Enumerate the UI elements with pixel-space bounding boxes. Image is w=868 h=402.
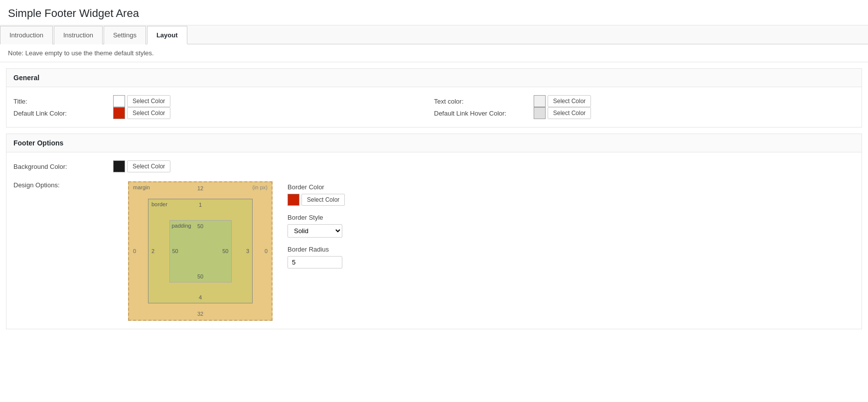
link-hover-swatch[interactable] xyxy=(534,107,546,119)
border-color-opt-label: Border Color xyxy=(288,183,345,191)
side-options: Border Color Select Color Border Style S… xyxy=(288,181,345,268)
text-color-group: Select Color xyxy=(534,95,591,107)
text-color-select-btn[interactable]: Select Color xyxy=(548,95,591,107)
border-radius-option: Border Radius xyxy=(288,246,345,268)
margin-right-val: 0 xyxy=(265,248,268,254)
footer-section: Footer Options Background Color: Select … xyxy=(6,134,862,329)
design-options-row: Design Options: (in px) margin 12 32 0 0 xyxy=(13,181,855,321)
link-color-group: Select Color xyxy=(113,107,170,119)
border-style-opt-label: Border Style xyxy=(288,214,345,221)
tab-layout[interactable]: Layout xyxy=(147,26,187,44)
page-title: Simple Footer Widget Area xyxy=(0,0,868,25)
border-color-group: Select Color xyxy=(288,194,345,206)
border-radius-input[interactable] xyxy=(288,256,342,268)
padding-right-val: 50 xyxy=(222,248,228,254)
footer-section-body: Background Color: Select Color Design Op… xyxy=(6,152,862,329)
padding-top-val: 50 xyxy=(197,223,203,229)
link-hover-color-group: Select Color xyxy=(534,107,591,119)
general-section-title: General xyxy=(6,69,862,87)
design-options-label: Design Options: xyxy=(13,181,113,189)
general-section: General Title: Select Color Text color: xyxy=(6,68,862,128)
text-color-col: Text color: Select Color xyxy=(434,95,855,107)
title-field-label: Title: xyxy=(13,98,113,105)
link-color-col: Default Link Color: Select Color xyxy=(13,107,434,119)
border-style-select[interactable]: Solid Dashed Dotted None xyxy=(288,224,342,238)
border-radius-opt-label: Border Radius xyxy=(288,246,345,253)
bg-color-swatch[interactable] xyxy=(113,160,125,172)
padding-box: padding 50 50 50 50 xyxy=(169,220,232,282)
margin-bottom-val: 32 xyxy=(197,311,203,317)
general-row-2: Default Link Color: Select Color Default… xyxy=(13,107,855,119)
bg-color-label: Background Color: xyxy=(13,163,113,170)
border-color-swatch[interactable] xyxy=(288,194,299,206)
title-color-group: Select Color xyxy=(113,95,170,107)
border-right-val: 3 xyxy=(246,248,249,254)
link-color-label: Default Link Color: xyxy=(13,110,113,117)
general-section-body: Title: Select Color Text color: Select C… xyxy=(6,87,862,127)
border-top-val: 1 xyxy=(199,202,202,208)
link-hover-col: Default Link Hover Color: Select Color xyxy=(434,107,855,119)
text-color-field-row: Text color: Select Color xyxy=(434,95,855,107)
design-box-diagram: (in px) margin 12 32 0 0 border xyxy=(128,181,273,321)
text-color-label: Text color: xyxy=(434,98,534,105)
padding-left-val: 50 xyxy=(172,248,178,254)
padding-bottom-val: 50 xyxy=(197,273,203,279)
border-topleft-label: border xyxy=(151,201,167,207)
link-hover-field-row: Default Link Hover Color: Select Color xyxy=(434,107,855,119)
tab-settings[interactable]: Settings xyxy=(104,26,146,44)
text-color-swatch[interactable] xyxy=(534,95,546,107)
title-field-row: Title: Select Color xyxy=(13,95,434,107)
border-style-option: Border Style Solid Dashed Dotted None xyxy=(288,214,345,238)
page-wrapper: Simple Footer Widget Area Introduction I… xyxy=(0,0,868,402)
note-bar: Note: Leave empty to use the theme defau… xyxy=(0,44,868,62)
padding-topleft-label: padding xyxy=(172,223,191,229)
tabs-bar: Introduction Instruction Settings Layout xyxy=(0,25,868,44)
link-color-select-btn[interactable]: Select Color xyxy=(127,107,170,119)
border-bottom-val: 4 xyxy=(199,294,202,300)
title-color-swatch[interactable] xyxy=(113,95,125,107)
margin-topleft-label: margin xyxy=(133,184,150,190)
title-select-color-btn[interactable]: Select Color xyxy=(127,95,170,107)
link-hover-label: Default Link Hover Color: xyxy=(434,110,534,117)
bg-color-group: Select Color xyxy=(113,160,170,172)
note-text: Note: Leave empty to use the theme defau… xyxy=(8,49,154,57)
margin-left-val: 0 xyxy=(133,248,136,254)
border-color-select-btn[interactable]: Select Color xyxy=(301,194,345,206)
border-left-val: 2 xyxy=(151,248,154,254)
border-color-option: Border Color Select Color xyxy=(288,183,345,206)
link-hover-select-btn[interactable]: Select Color xyxy=(548,107,591,119)
border-box: border 1 4 2 3 padding xyxy=(148,199,253,303)
bg-color-row: Background Color: Select Color xyxy=(13,160,855,172)
footer-section-title: Footer Options xyxy=(6,134,862,152)
link-color-swatch[interactable] xyxy=(113,107,125,119)
tab-introduction[interactable]: Introduction xyxy=(0,26,53,44)
link-color-field-row: Default Link Color: Select Color xyxy=(13,107,434,119)
tab-instruction[interactable]: Instruction xyxy=(54,26,103,44)
general-row-1: Title: Select Color Text color: Select C… xyxy=(13,95,855,107)
margin-top-val: 12 xyxy=(197,185,203,191)
in-px-label: (in px) xyxy=(252,184,268,190)
title-field-col: Title: Select Color xyxy=(13,95,434,107)
bg-color-select-btn[interactable]: Select Color xyxy=(127,160,170,172)
